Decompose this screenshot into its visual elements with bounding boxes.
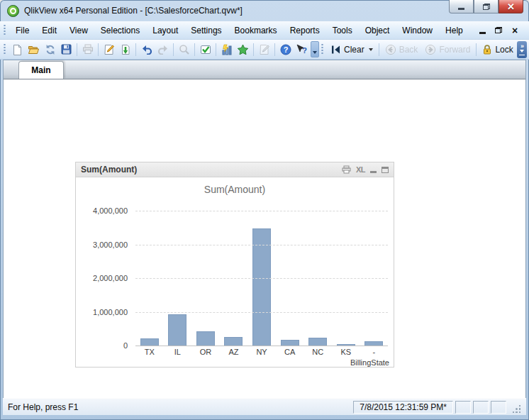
chart-caption-bar[interactable]: Sum(Amount) XL [76, 162, 394, 177]
x-tick-label: IL [164, 348, 192, 356]
edit-script-button[interactable] [101, 42, 117, 57]
search-icon [179, 44, 189, 55]
current-selections-button[interactable] [197, 42, 213, 57]
chart-plot-area: TXILORAZNYCANCKS- BillingState 01,000,00… [135, 211, 388, 346]
menu-view[interactable]: View [63, 23, 94, 38]
x-axis-labels: TXILORAZNYCANCKS- [135, 348, 388, 356]
document-window-controls: × [477, 26, 529, 35]
quick-chart-wizard-icon [221, 44, 233, 55]
resize-grip[interactable] [512, 404, 521, 414]
toolbar-separator [379, 43, 379, 56]
clear-button[interactable]: Clear [327, 43, 377, 56]
chart-minimize-icon[interactable] [370, 171, 377, 173]
bar-NY[interactable] [252, 228, 271, 346]
refresh-button[interactable] [42, 42, 58, 57]
print-button[interactable] [79, 42, 96, 57]
x-tick-label: NY [247, 348, 276, 356]
bookmark-star-icon [237, 44, 249, 55]
toolbar-separator [173, 43, 174, 56]
forward-button[interactable]: Forward [421, 43, 474, 57]
chart-object[interactable]: Sum(Amount) XL Sum(Amount) TXILORAZNYCAN… [75, 162, 394, 368]
toolbar-drag-handle[interactable] [4, 43, 6, 55]
context-help-icon: ? [296, 44, 308, 55]
send-to-excel-button[interactable]: XL [356, 165, 365, 174]
redo-button[interactable] [155, 42, 171, 57]
toolbar-overflow-button[interactable] [311, 41, 319, 57]
back-button[interactable]: Back [382, 43, 422, 57]
document-restore-icon [495, 27, 502, 33]
statusbar: For Help, press F1 7/8/2015 12:31:59 PM* [3, 398, 526, 415]
x-tick-label: KS [332, 348, 360, 356]
document-minimize-button[interactable] [477, 26, 488, 35]
bar-OR[interactable] [196, 331, 215, 346]
current-selections-icon [200, 44, 211, 55]
menu-window[interactable]: Window [396, 23, 439, 38]
help-button[interactable]: ? [277, 42, 294, 57]
undo-icon [141, 45, 152, 55]
nav-toolbar-drag-handle[interactable] [321, 43, 323, 55]
chevron-down-icon [369, 48, 373, 51]
y-tick-label: 4,000,000 [93, 206, 128, 215]
notes-button[interactable] [256, 42, 272, 57]
toolbar-options-button[interactable]: » [517, 41, 527, 58]
minimize-button[interactable] [449, 0, 474, 13]
save-button[interactable] [58, 42, 74, 57]
close-button[interactable]: ✕ [499, 0, 523, 13]
bar-NC[interactable] [308, 338, 327, 346]
bar-AZ[interactable] [224, 337, 243, 346]
menu-selections[interactable]: Selections [94, 23, 146, 38]
gridline [135, 278, 388, 279]
save-icon [61, 44, 72, 55]
sheet-main: Sum(Amount) XL Sum(Amount) TXILORAZNYCAN… [4, 79, 525, 398]
lock-button[interactable]: Lock [479, 43, 516, 57]
x-tick-label: AZ [220, 348, 248, 356]
titlebar[interactable]: QlikView x64 Personal Edition - [C:\Sale… [0, 0, 529, 21]
add-bookmark-button[interactable] [235, 42, 251, 57]
menu-layout[interactable]: Layout [146, 23, 184, 38]
quick-chart-wizard-button[interactable] [218, 42, 235, 57]
menu-tools[interactable]: Tools [326, 23, 359, 38]
print-chart-icon[interactable] [342, 165, 351, 174]
restore-button[interactable] [474, 0, 499, 13]
statusbar-help-text: For Help, press F1 [8, 402, 353, 412]
undo-button[interactable] [138, 42, 155, 57]
toolbar-separator [98, 43, 99, 56]
new-document-button[interactable] [9, 42, 26, 57]
chart-maximize-icon[interactable] [382, 167, 389, 173]
x-tick-label: OR [191, 348, 220, 356]
document-close-button[interactable]: × [509, 26, 520, 35]
back-button-label: Back [399, 45, 418, 55]
document-restore-button[interactable] [493, 26, 504, 35]
chevron-down-icon [313, 51, 317, 54]
search-button[interactable] [176, 42, 192, 57]
gridline [135, 211, 388, 211]
y-tick-label: 0 [123, 341, 128, 350]
qlikview-window: QlikView x64 Personal Edition - [C:\Sale… [0, 0, 529, 420]
forward-button-label: Forward [439, 45, 470, 55]
menubar-drag-handle[interactable] [4, 24, 6, 36]
menu-reports[interactable]: Reports [284, 23, 326, 38]
context-help-button[interactable]: ? [294, 42, 310, 57]
reload-button[interactable] [117, 42, 133, 57]
menu-edit[interactable]: Edit [35, 23, 63, 38]
statusbar-panel [491, 401, 506, 414]
menu-help[interactable]: Help [439, 23, 469, 38]
chevron-underline [519, 55, 525, 55]
menu-bookmarks[interactable]: Bookmarks [228, 23, 284, 38]
menu-object[interactable]: Object [359, 23, 396, 38]
menu-file[interactable]: File [9, 23, 35, 38]
toolbar-separator [194, 43, 195, 56]
bar-TX[interactable] [140, 338, 159, 346]
new-document-icon [12, 44, 23, 55]
clear-button-label: Clear [344, 45, 364, 55]
bar-IL[interactable] [168, 314, 186, 346]
menubar: File Edit View Selections Layout Setting… [0, 21, 529, 40]
menu-settings[interactable]: Settings [184, 23, 228, 38]
toolbar-separator [253, 43, 254, 56]
x-tick-label: TX [135, 348, 164, 356]
open-button[interactable] [26, 42, 42, 57]
x-axis-dimension-label: BillingState [350, 358, 389, 367]
tab-main[interactable]: Main [18, 61, 64, 79]
bar-CA[interactable] [281, 340, 299, 346]
y-tick-label: 1,000,000 [93, 308, 128, 316]
